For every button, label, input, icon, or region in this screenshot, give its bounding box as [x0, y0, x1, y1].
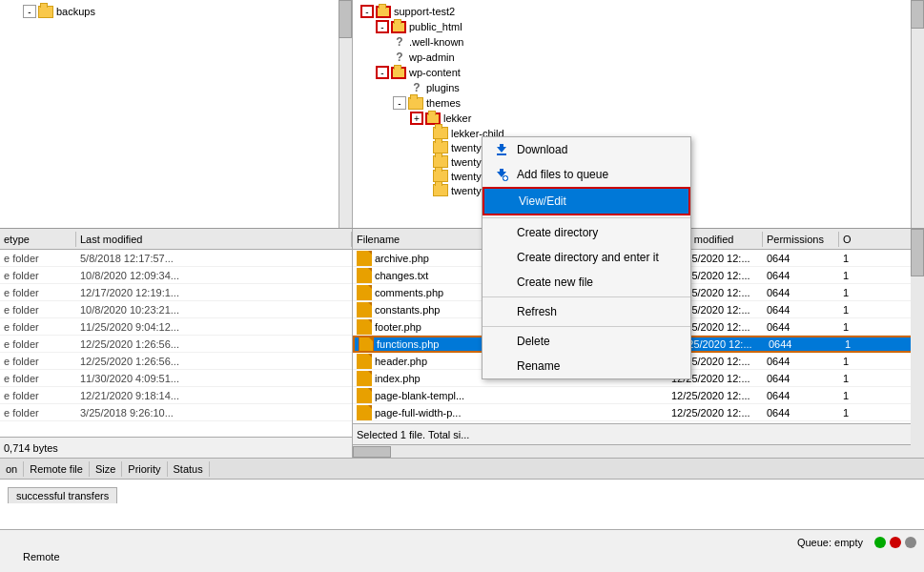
list-item[interactable]: e folder 5/8/2018 12:17:57...	[0, 250, 352, 267]
left-file-list: etype Last modified e folder 5/8/2018 12…	[0, 229, 353, 458]
left-col-etype[interactable]: etype	[0, 232, 76, 247]
file-type-cell	[596, 412, 667, 414]
expander-backups[interactable]: -	[23, 5, 36, 18]
tree-label-themes: themes	[426, 97, 461, 109]
context-menu-delete[interactable]: Delete	[483, 329, 690, 354]
left-modified-cell: 11/30/2020 4:09:51...	[76, 372, 352, 385]
context-menu-create-dir-enter-label: Create directory and enter it	[517, 251, 659, 264]
context-menu-refresh[interactable]: Refresh	[483, 299, 690, 324]
file-perms-cell: 0644	[763, 372, 839, 385]
successful-transfers-tab[interactable]: successful transfers	[8, 487, 117, 503]
left-status-bar: 0,714 bytes	[0, 437, 352, 458]
tree-label-wp-content: wp-content	[409, 67, 461, 78]
left-type-cell: e folder	[0, 303, 76, 317]
download-icon	[494, 142, 509, 157]
left-type-cell: e folder	[0, 337, 76, 351]
list-item[interactable]: e folder 3/25/2018 9:26:10...	[0, 404, 352, 421]
context-menu-download-label: Download	[517, 143, 567, 156]
view-edit-icon	[496, 194, 511, 209]
left-tree-scrollbar-thumb[interactable]	[339, 0, 352, 38]
tree-item-wp-content[interactable]: - wp-content	[357, 65, 920, 80]
tree-item-public-html[interactable]: - public_html	[357, 19, 920, 34]
context-menu[interactable]: Download Add files to queue View/Edit Cr…	[482, 136, 691, 379]
transfer-header: on Remote file Size Priority Status	[0, 459, 924, 480]
context-menu-view-edit[interactable]: View/Edit	[483, 187, 690, 215]
left-modified-cell: 12/25/2020 1:26:56...	[76, 355, 352, 368]
left-col-modified[interactable]: Last modified	[76, 232, 352, 247]
right-col-perms[interactable]: Permissions	[763, 232, 839, 247]
transfer-col-status: Status	[168, 461, 210, 477]
tree-item-wp-admin[interactable]: ? wp-admin	[357, 50, 920, 65]
app-container: - backups - support-test2	[0, 0, 924, 572]
expander-wp-content[interactable]: -	[376, 66, 389, 79]
left-type-cell: e folder	[0, 406, 76, 419]
tree-item-plugins[interactable]: ? plugins	[357, 80, 920, 95]
tree-item-themes[interactable]: - themes	[357, 95, 920, 111]
right-vscroll[interactable]	[911, 229, 924, 458]
question-icon-plugins: ?	[410, 81, 423, 94]
list-item[interactable]: e folder 12/25/2020 1:26:56...	[0, 353, 352, 370]
expander-lekker[interactable]: +	[410, 112, 423, 125]
context-menu-add-queue[interactable]: Add files to queue	[483, 162, 690, 187]
left-tree-scrollbar[interactable]	[339, 0, 352, 228]
file-type-cell	[596, 395, 667, 397]
status-dot-red	[890, 537, 901, 548]
folder-icon-lekker	[425, 112, 441, 125]
context-menu-create-dir[interactable]: Create directory	[483, 220, 690, 245]
refresh-icon	[494, 304, 509, 319]
file-perms-cell: 0644	[763, 303, 839, 317]
context-menu-create-dir-enter[interactable]: Create directory and enter it	[483, 245, 690, 270]
expander-support-test2[interactable]: -	[360, 5, 374, 18]
right-status-text: Selected 1 file. Total si...	[357, 429, 469, 440]
tree-item-support-test2[interactable]: - support-test2	[357, 4, 920, 19]
right-tree-scrollbar[interactable]	[911, 0, 924, 228]
tree-label-backups: backups	[56, 6, 95, 17]
svg-rect-1	[497, 153, 506, 155]
left-modified-cell: 12/21/2020 9:18:14...	[76, 389, 352, 402]
question-icon-wp-admin: ?	[393, 51, 406, 64]
status-dot-grey	[905, 537, 916, 548]
context-menu-add-queue-label: Add files to queue	[517, 168, 608, 181]
file-icon	[357, 405, 372, 420]
context-menu-rename[interactable]: Rename	[483, 354, 690, 378]
list-item[interactable]: e folder 12/21/2020 9:18:14...	[0, 387, 352, 404]
left-type-cell: e folder	[0, 269, 76, 282]
right-vscroll-thumb[interactable]	[911, 229, 924, 276]
folder-icon-themes	[408, 97, 423, 110]
tree-item-well-known[interactable]: ? .well-known	[357, 34, 920, 50]
transfer-col-priority: Priority	[122, 461, 167, 477]
left-file-list-body: e folder 5/8/2018 12:17:57... e folder 1…	[0, 250, 352, 437]
list-item[interactable]: page-blank-templ... 12/25/2020 12:... 06…	[353, 387, 924, 404]
context-menu-refresh-label: Refresh	[517, 305, 557, 318]
delete-icon	[494, 334, 509, 349]
file-list-container: etype Last modified e folder 5/8/2018 12…	[0, 229, 924, 458]
left-modified-cell: 5/8/2018 12:17:57...	[76, 252, 352, 265]
context-menu-download[interactable]: Download	[483, 137, 690, 162]
expander-public-html[interactable]: -	[376, 20, 389, 33]
file-icon	[357, 285, 372, 300]
left-modified-cell: 10/8/2020 12:09:34...	[76, 269, 352, 282]
list-item[interactable]: e folder 11/30/2020 4:09:51...	[0, 370, 352, 387]
file-size-cell	[544, 412, 596, 414]
context-menu-create-file-label: Create new file	[517, 276, 593, 289]
list-item[interactable]: e folder 12/25/2020 1:26:56...	[0, 336, 352, 353]
expander-themes[interactable]: -	[393, 96, 406, 110]
left-tree-area[interactable]: - backups	[0, 0, 352, 228]
remote-label: Remote	[19, 549, 64, 564]
list-item[interactable]: e folder 10/8/2020 12:09:34...	[0, 267, 352, 284]
right-hscroll[interactable]	[353, 444, 924, 458]
right-status-bar: Selected 1 file. Total si...	[353, 423, 924, 444]
list-item[interactable]: e folder 11/25/2020 9:04:12...	[0, 318, 352, 336]
file-perms-cell: 0644	[763, 252, 839, 265]
list-item[interactable]: e folder 12/17/2020 12:19:1...	[0, 284, 352, 301]
list-item[interactable]: e folder 10/8/2020 10:23:21...	[0, 301, 352, 318]
context-menu-create-file[interactable]: Create new file	[483, 270, 690, 295]
rename-icon	[494, 358, 509, 374]
right-hscroll-thumb[interactable]	[353, 446, 391, 458]
file-name-cell: page-full-width-p...	[353, 404, 544, 421]
status-dot-green	[874, 537, 886, 548]
tree-item-backups[interactable]: - backups	[4, 4, 348, 19]
list-item[interactable]: page-full-width-p... 12/25/2020 12:... 0…	[353, 404, 924, 421]
right-tree-scrollbar-thumb[interactable]	[911, 0, 924, 29]
left-type-cell: e folder	[0, 372, 76, 385]
